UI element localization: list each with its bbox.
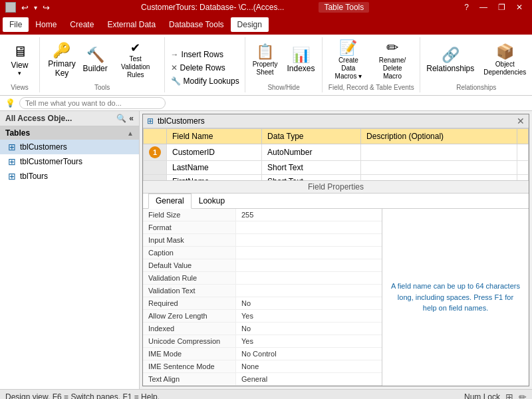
- save-icon[interactable]: [5, 2, 16, 13]
- insert-rows-icon: →: [171, 50, 179, 59]
- data-type-cell[interactable]: Short Text: [262, 175, 361, 181]
- table-icon-customers: ⊞: [8, 142, 16, 152]
- row-selector-1: 1: [144, 144, 167, 161]
- description-cell[interactable]: [361, 144, 517, 161]
- table-tab-icon: ⊞: [147, 116, 154, 126]
- tell-me-input[interactable]: [19, 97, 166, 109]
- property-sheet-button[interactable]: 📋 PropertySheet: [249, 43, 282, 78]
- menu-design[interactable]: Design: [231, 17, 269, 32]
- view-button[interactable]: 🖥 View ▾: [5, 43, 35, 78]
- field-properties-title: Field Properties: [143, 181, 529, 194]
- indexes-button[interactable]: 📊 Indexes: [283, 46, 319, 75]
- views-label: Views: [11, 82, 29, 91]
- ribbon-group-relationships: 🔗 Relationships 📦 ObjectDependencies Rel…: [420, 37, 532, 92]
- dependencies-icon: 📦: [496, 45, 514, 59]
- relationships-icon: 🔗: [442, 48, 460, 63]
- sidebar: All Access Obje... 🔍 « Tables ▲ ⊞ tblCus…: [0, 111, 140, 389]
- main-content: All Access Obje... 🔍 « Tables ▲ ⊞ tblCus…: [0, 111, 532, 389]
- help-btn[interactable]: ?: [460, 2, 473, 13]
- restore-btn[interactable]: ❐: [494, 2, 509, 13]
- help-bar: 💡: [0, 96, 532, 111]
- table-window: ⊞ tblCustomers ✕ Field Name Data Type De…: [142, 114, 529, 386]
- fp-tab-general[interactable]: General: [148, 194, 192, 209]
- menu-file[interactable]: File: [3, 17, 29, 32]
- table-row[interactable]: 1 CustomerID AutoNumber: [144, 144, 529, 161]
- sidebar-title: All Access Obje...: [5, 114, 72, 123]
- delete-rows-icon: ✕: [171, 63, 178, 72]
- object-dependencies-button[interactable]: 📦 ObjectDependencies: [479, 43, 530, 78]
- sidebar-item-tblCustomers[interactable]: ⊞ tblCustomers: [0, 140, 139, 154]
- menu-create[interactable]: Create: [63, 17, 100, 32]
- delete-rows-button[interactable]: ✕ Delete Rows: [168, 62, 242, 74]
- table-tab-bar: ⊞ tblCustomers ✕: [143, 114, 529, 128]
- sidebar-chevron-icon[interactable]: «: [129, 114, 134, 123]
- close-btn[interactable]: ✕: [512, 2, 527, 13]
- menu-bar: File Home Create External Data Database …: [0, 15, 532, 35]
- collapse-tables-icon[interactable]: ▲: [127, 130, 134, 137]
- row-selector-2: [144, 161, 167, 175]
- lightbulb-icon: 💡: [5, 98, 15, 108]
- rename-icon: ✏: [386, 41, 398, 55]
- redo-btn[interactable]: ↪: [43, 3, 50, 13]
- col-description: Description (Optional): [361, 129, 517, 144]
- menu-database-tools[interactable]: Database Tools: [162, 17, 231, 32]
- showhide-label: Show/Hide: [267, 82, 299, 91]
- table-tab-label[interactable]: tblCustomers: [158, 116, 205, 126]
- fp-tabs: General Lookup: [143, 194, 529, 209]
- undo-btn[interactable]: ↩: [21, 3, 29, 13]
- sidebar-item-tblCustomerTours[interactable]: ⊞ tblCustomerTours: [0, 154, 139, 169]
- fp-help-text: A field name can be up to 64 characters …: [382, 209, 529, 386]
- design-icon[interactable]: ✏: [519, 392, 527, 400]
- builder-icon: 🔨: [86, 48, 104, 63]
- description-cell[interactable]: [361, 175, 517, 181]
- test-validation-button[interactable]: ✔ Test ValidationRules: [112, 40, 159, 81]
- title-bar: ↩ ▾ ↪ CustomerTours: Database- \C...(Acc…: [0, 0, 532, 15]
- col-field-name: Field Name: [167, 129, 262, 144]
- field-name-cell[interactable]: LastName: [167, 161, 262, 175]
- col-data-type: Data Type: [262, 129, 361, 144]
- layout-icon[interactable]: ⊞: [505, 392, 513, 400]
- field-table: Field Name Data Type Description (Option…: [143, 128, 529, 180]
- status-text: Design view. F6 = Switch panes. F1 = Hel…: [5, 392, 160, 400]
- events-label: Field, Record & Table Events: [329, 82, 414, 91]
- data-type-cell[interactable]: Short Text: [262, 161, 361, 175]
- ribbon-group-views: 🖥 View ▾ Views: [0, 37, 40, 92]
- create-data-macros-button[interactable]: 📝 Create DataMacros ▾: [328, 39, 369, 82]
- col-selector: [144, 129, 167, 144]
- table-tab-close[interactable]: ✕: [517, 116, 525, 126]
- table-icon-customertours: ⊞: [8, 156, 16, 167]
- field-name-cell[interactable]: FirstName: [167, 175, 262, 181]
- ribbon-group-showhide: 📋 PropertySheet 📊 Indexes Show/Hide: [245, 37, 323, 92]
- sidebar-item-tblTours[interactable]: ⊞ tblTours: [0, 169, 139, 184]
- builder-button[interactable]: 🔨 Builder: [80, 46, 110, 75]
- modify-lookups-button[interactable]: 🔧 Modify Lookups: [168, 75, 242, 87]
- property-sheet-icon: 📋: [256, 45, 274, 59]
- insert-rows-button[interactable]: → Insert Rows: [168, 49, 242, 61]
- key-icon: 🔑: [53, 43, 70, 58]
- relationships-button[interactable]: 🔗 Relationships: [422, 46, 478, 75]
- table-row[interactable]: LastName Short Text: [144, 161, 529, 175]
- table-row[interactable]: FirstName Short Text: [144, 175, 529, 181]
- tables-section-header: Tables ▲: [0, 126, 139, 140]
- row-selector-3: [144, 175, 167, 181]
- primary-key-button[interactable]: 🔑 PrimaryKey: [45, 41, 78, 80]
- badge-1: 1: [149, 146, 161, 158]
- field-properties: Field Properties General Lookup Field Si…: [143, 180, 529, 386]
- indexes-icon: 📊: [292, 48, 310, 63]
- menu-home[interactable]: Home: [29, 17, 63, 32]
- data-type-cell[interactable]: AutoNumber: [262, 144, 361, 161]
- sidebar-search-icon[interactable]: 🔍: [116, 114, 126, 123]
- scroll-cell: [517, 144, 529, 161]
- fp-tab-lookup[interactable]: Lookup: [192, 194, 232, 208]
- macros-icon: 📝: [339, 41, 357, 55]
- minimize-btn[interactable]: —: [475, 2, 491, 13]
- ribbon-group-tools: 🔑 PrimaryKey 🔨 Builder ✔ Test Validation…: [40, 37, 165, 92]
- rename-delete-macro-button[interactable]: ✏ Rename/Delete Macro: [370, 39, 415, 82]
- description-cell[interactable]: [361, 161, 517, 175]
- col-scroll: [517, 129, 529, 144]
- field-name-cell[interactable]: CustomerID: [167, 144, 262, 161]
- fp-left: Field Size255 Format Input Mask Caption …: [143, 209, 382, 386]
- tools-label: Tools: [94, 82, 110, 91]
- validation-icon: ✔: [130, 42, 140, 54]
- menu-external-data[interactable]: External Data: [100, 17, 162, 32]
